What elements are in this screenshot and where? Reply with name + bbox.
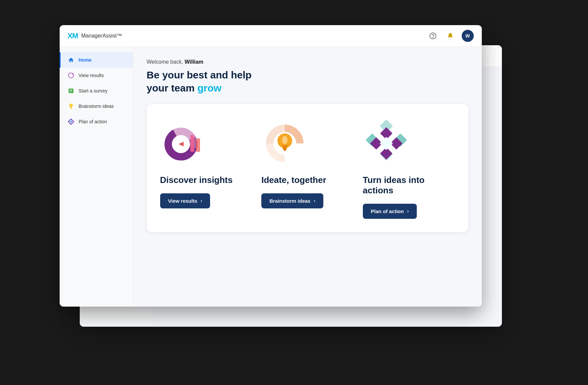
sidebar: Home View results: [60, 47, 133, 307]
view-results-icon: [67, 72, 75, 79]
app-title: ManagerAssist™: [81, 33, 122, 39]
svg-rect-28: [196, 138, 200, 152]
svg-rect-30: [282, 146, 287, 148]
card-turn-title: Turn ideas into actions: [363, 175, 455, 196]
ideate-icon: [261, 120, 308, 167]
svg-point-33: [282, 136, 287, 144]
welcome-prefix: Welcome back,: [147, 59, 185, 65]
plan-label: Plan of action: [79, 119, 107, 124]
svg-rect-27: [190, 135, 194, 152]
window-front: XM ManagerAssist™ W H: [60, 25, 482, 307]
svg-rect-17: [70, 107, 71, 108]
svg-rect-18: [70, 108, 72, 109]
cards-container: Discover insights View results ›: [147, 104, 468, 232]
sidebar-item-view-results[interactable]: View results: [60, 68, 133, 83]
sidebar-item-home[interactable]: Home: [60, 52, 133, 68]
brainstorm-ideas-button[interactable]: Brainstorm ideas ›: [261, 193, 323, 208]
logo-area: XM ManagerAssist™: [68, 31, 122, 40]
xm-logo: XM: [68, 31, 78, 40]
plan-of-action-button[interactable]: Plan of action ›: [363, 204, 417, 219]
welcome-name: William: [185, 59, 203, 65]
brainstorm-icon: [67, 103, 75, 110]
svg-rect-34: [284, 149, 286, 151]
svg-point-19: [70, 105, 72, 106]
sidebar-item-start-survey[interactable]: Start a survey: [60, 83, 133, 99]
headline-line1: Be your best and help: [147, 69, 252, 80]
plan-btn-label: Plan of action: [371, 208, 404, 214]
card-discover: Discover insights View results ›: [160, 120, 252, 219]
view-results-label: View results: [79, 73, 104, 78]
start-survey-label: Start a survey: [79, 88, 108, 93]
turn-ideas-icon: [363, 120, 410, 167]
topbar-actions: W: [427, 30, 474, 42]
svg-rect-15: [69, 91, 71, 91]
chevron-icon-2: ›: [314, 198, 316, 203]
headline: Be your best and help your team grow: [147, 68, 468, 94]
sidebar-item-brainstorm[interactable]: Brainstorm ideas: [60, 99, 133, 114]
brainstorm-label: Brainstorm ideas: [79, 104, 114, 109]
plan-icon: [67, 118, 75, 125]
topbar: XM ManagerAssist™ W: [60, 25, 482, 47]
svg-rect-43: [380, 137, 393, 150]
home-label: Home: [79, 57, 92, 63]
svg-point-12: [70, 74, 72, 76]
headline-accent: grow: [197, 82, 221, 93]
chevron-icon-1: ›: [201, 198, 202, 203]
sidebar-item-plan[interactable]: Plan of action: [60, 114, 133, 129]
home-icon: [67, 56, 75, 64]
chevron-icon-3: ›: [407, 208, 409, 214]
welcome-text: Welcome back, William: [147, 59, 468, 65]
main-area: Home View results: [60, 47, 482, 307]
view-results-button[interactable]: View results ›: [160, 193, 210, 208]
headline-line2: your team: [147, 82, 198, 93]
content-area: Welcome back, William Be your best and h…: [133, 47, 482, 307]
user-avatar-button[interactable]: W: [462, 30, 474, 42]
svg-rect-31: [283, 148, 287, 149]
card-discover-title: Discover insights: [160, 175, 233, 185]
card-turn-ideas: Turn ideas into actions Plan of action ›: [363, 120, 455, 219]
start-survey-icon: [67, 87, 75, 94]
card-ideate-title: Ideate, together: [261, 175, 326, 185]
view-results-btn-label: View results: [168, 198, 197, 204]
card-ideate: Ideate, together Brainstorm ideas ›: [261, 120, 353, 219]
svg-rect-14: [69, 89, 72, 90]
brainstorm-btn-label: Brainstorm ideas: [269, 198, 311, 204]
help-button[interactable]: [427, 30, 439, 42]
discover-icon: [160, 120, 207, 167]
bell-button[interactable]: [444, 30, 456, 42]
